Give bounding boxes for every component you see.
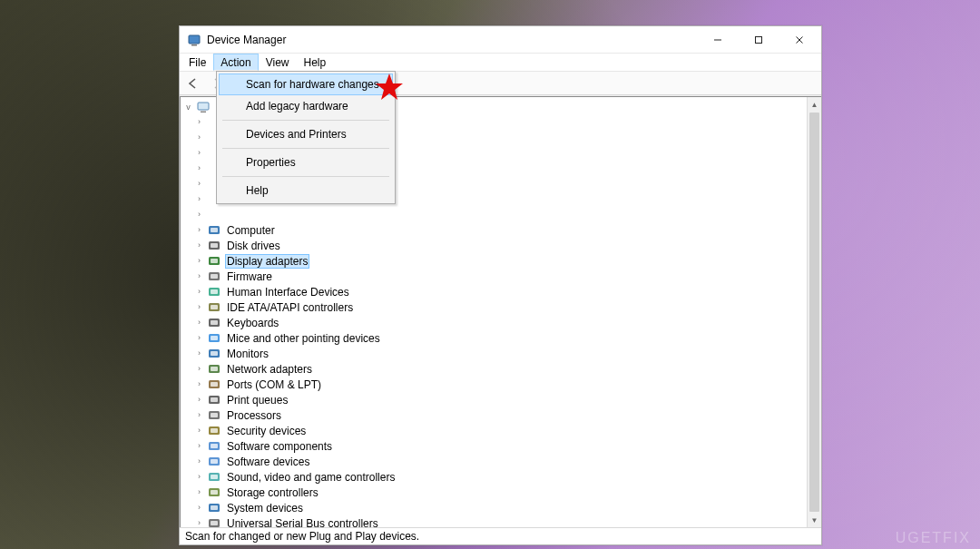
scroll-thumb[interactable] <box>809 113 819 512</box>
tree-item[interactable]: ›Keyboards <box>181 315 807 330</box>
svg-rect-17 <box>211 289 218 294</box>
expand-icon[interactable]: › <box>195 519 203 527</box>
tree-item[interactable]: ›Sound, video and game controllers <box>181 469 807 485</box>
tree-item[interactable]: ›Firmware <box>181 269 807 284</box>
tree-item[interactable]: ›Universal Serial Bus controllers <box>181 515 807 527</box>
expand-icon[interactable]: › <box>195 241 203 250</box>
scroll-up-icon[interactable]: ▲ <box>808 97 821 112</box>
back-button[interactable] <box>183 74 203 93</box>
svg-rect-45 <box>211 505 218 510</box>
svg-rect-1 <box>191 44 197 46</box>
vertical-scrollbar[interactable]: ▲ ▼ <box>807 97 821 527</box>
expand-icon[interactable]: › <box>195 411 203 419</box>
statusbar: Scan for changed or new Plug and Play de… <box>180 527 821 544</box>
tree-item[interactable]: ›Mice and other pointing devices <box>181 330 807 346</box>
menu-view[interactable]: View <box>259 54 297 71</box>
expand-icon[interactable]: › <box>195 288 203 296</box>
tree-item[interactable]: ›Software components <box>181 438 807 454</box>
expand-icon[interactable]: › <box>195 504 203 512</box>
tree-item-label: Security devices <box>225 425 308 437</box>
tree-item[interactable]: ›Software devices <box>181 454 807 469</box>
svg-rect-43 <box>211 490 218 495</box>
tree-item-label: Print queues <box>225 394 289 407</box>
device-category-icon <box>207 285 221 299</box>
maximize-button[interactable] <box>738 26 779 53</box>
tree-item[interactable]: ›Ports (COM & LPT) <box>181 377 807 392</box>
expand-icon[interactable]: › <box>195 349 203 358</box>
tree-item[interactable]: ›Display adapters <box>181 253 807 269</box>
tree-item[interactable]: ›Human Interface Devices <box>181 284 807 299</box>
tree-item[interactable]: ›System devices <box>181 500 807 515</box>
svg-rect-9 <box>211 228 218 232</box>
expand-icon[interactable]: › <box>195 457 203 466</box>
tree-item[interactable]: ›IDE ATA/ATAPI controllers <box>181 299 807 315</box>
menubar: File Action View Help <box>180 54 821 72</box>
minimize-button[interactable] <box>697 26 738 53</box>
expand-icon[interactable]: › <box>195 365 203 373</box>
device-category-icon <box>207 408 221 423</box>
svg-rect-29 <box>211 382 218 387</box>
expand-icon[interactable]: › <box>195 426 203 435</box>
tree-item[interactable]: ›Computer <box>181 222 807 238</box>
tree-item[interactable]: ›Print queues <box>181 392 807 407</box>
device-category-icon <box>207 516 221 528</box>
computer-icon <box>196 100 211 114</box>
menu-scan-hardware-changes[interactable]: Scan for hardware changes <box>219 74 393 95</box>
tree-item[interactable]: ›Storage controllers <box>181 485 807 500</box>
expand-icon[interactable]: › <box>195 272 203 280</box>
device-category-icon <box>207 485 221 500</box>
expand-icon[interactable]: › <box>195 334 203 342</box>
device-category-icon <box>207 455 221 469</box>
svg-rect-25 <box>211 351 218 356</box>
tree-item[interactable]: ›Processors <box>181 407 807 423</box>
device-category-icon <box>207 439 221 454</box>
menu-devices-and-printers[interactable]: Devices and Printers <box>219 123 393 145</box>
menu-action[interactable]: Action <box>213 54 258 71</box>
svg-rect-0 <box>189 35 200 44</box>
svg-rect-33 <box>211 413 218 417</box>
tree-item[interactable]: ›Security devices <box>181 423 807 438</box>
tree-item-label: Keyboards <box>225 317 280 329</box>
menu-separator <box>222 148 389 149</box>
tree-item[interactable]: ›Network adapters <box>181 361 807 377</box>
tree-item-label: Ports (COM & LPT) <box>225 378 323 391</box>
menu-help[interactable]: Help <box>297 54 334 71</box>
svg-rect-39 <box>211 459 218 464</box>
menu-file[interactable]: File <box>181 54 213 71</box>
tree-item[interactable]: ›Monitors <box>181 346 807 361</box>
tree-item-label: Sound, video and game controllers <box>225 471 397 484</box>
device-category-icon <box>207 424 221 438</box>
svg-marker-48 <box>376 74 403 100</box>
action-menu-dropdown: Scan for hardware changes Add legacy har… <box>216 71 396 204</box>
svg-rect-27 <box>211 367 218 371</box>
expand-icon[interactable]: › <box>195 380 203 388</box>
tree-item-label: Human Interface Devices <box>225 286 351 299</box>
expand-icon[interactable]: › <box>195 257 203 265</box>
device-category-icon <box>207 393 221 407</box>
device-category-icon <box>207 239 221 253</box>
expand-icon[interactable]: › <box>195 319 203 327</box>
svg-rect-3 <box>755 36 761 43</box>
tree-item-label: System devices <box>225 502 305 515</box>
tree-item-label: Universal Serial Bus controllers <box>225 517 380 528</box>
menu-help[interactable]: Help <box>219 180 393 201</box>
expand-icon[interactable]: › <box>195 303 203 311</box>
titlebar[interactable]: Device Manager <box>180 26 821 54</box>
expand-icon[interactable]: › <box>195 488 203 496</box>
expand-icon[interactable]: › <box>195 226 203 234</box>
tree-item-label: Computer <box>225 224 277 237</box>
scroll-down-icon[interactable]: ▼ <box>808 513 821 527</box>
menu-separator <box>222 176 389 177</box>
menu-properties[interactable]: Properties <box>219 152 393 173</box>
tree-item[interactable]: ›Disk drives <box>181 238 807 253</box>
expand-icon[interactable]: › <box>195 396 203 404</box>
tree-row-hidden[interactable]: › <box>181 207 807 222</box>
statusbar-text: Scan for changed or new Plug and Play de… <box>185 530 419 543</box>
svg-rect-11 <box>211 243 218 248</box>
app-icon <box>187 33 201 47</box>
close-button[interactable] <box>779 26 819 53</box>
expand-icon[interactable]: › <box>195 442 203 450</box>
expand-icon[interactable]: › <box>195 473 203 481</box>
collapse-icon[interactable]: v <box>184 103 192 112</box>
menu-add-legacy-hardware[interactable]: Add legacy hardware <box>219 95 393 117</box>
